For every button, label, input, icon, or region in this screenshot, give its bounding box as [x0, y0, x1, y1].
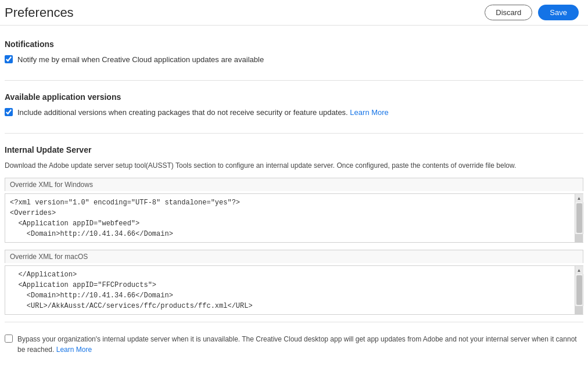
- save-button[interactable]: Save: [538, 5, 579, 20]
- available-versions-text: Include additional versions when creatin…: [17, 108, 348, 117]
- macos-xml-textarea[interactable]: </Application> <Application appID="FFCPr…: [5, 266, 583, 312]
- bypass-text-content: Bypass your organization's internal upda…: [17, 335, 577, 354]
- windows-xml-textarea[interactable]: <?xml version="1.0" encoding="UTF-8" sta…: [5, 194, 583, 240]
- internal-update-server-title: Internal Update Server: [5, 141, 583, 154]
- windows-xml-section: Override XML for Windows <?xml version="…: [5, 178, 583, 243]
- macos-scroll-up-arrow[interactable]: ▲: [575, 266, 583, 274]
- page-header: Preferences Discard Save: [0, 0, 588, 26]
- header-actions: Discard Save: [485, 5, 579, 20]
- divider-1: [5, 80, 583, 81]
- bypass-learn-more-link[interactable]: Learn More: [56, 346, 92, 354]
- bypass-checkbox[interactable]: [5, 335, 13, 343]
- notifications-checkbox-row: Notify me by email when Creative Cloud a…: [5, 55, 583, 65]
- available-versions-body: Include additional versions when creatin…: [5, 107, 583, 128]
- available-versions-checkbox-label: Include additional versions when creatin…: [17, 107, 389, 118]
- windows-scroll-thumb[interactable]: [576, 203, 582, 233]
- available-versions-checkbox[interactable]: [5, 108, 13, 116]
- available-versions-learn-more-link[interactable]: Learn More: [350, 108, 388, 117]
- bypass-section: Bypass your organization's internal upda…: [5, 329, 583, 355]
- macos-xml-section: Override XML for macOS </Application> <A…: [5, 250, 583, 315]
- notifications-checkbox[interactable]: [5, 55, 13, 63]
- discard-button[interactable]: Discard: [485, 5, 532, 20]
- notifications-section: Notifications Notify me by email when Cr…: [5, 35, 583, 75]
- available-versions-title: Available application versions: [5, 88, 583, 102]
- windows-scrollbar-corner: [575, 234, 583, 242]
- macos-scroll-thumb[interactable]: [576, 275, 582, 305]
- notifications-checkbox-label: Notify me by email when Creative Cloud a…: [17, 55, 264, 65]
- macos-xml-label: Override XML for macOS: [5, 250, 583, 263]
- available-versions-section: Available application versions Include a…: [5, 88, 583, 128]
- bypass-label: Bypass your organization's internal upda…: [17, 334, 583, 355]
- windows-xml-wrapper: <?xml version="1.0" encoding="UTF-8" sta…: [5, 193, 583, 243]
- available-versions-checkbox-row: Include additional versions when creatin…: [5, 107, 583, 118]
- windows-scroll-up-arrow[interactable]: ▲: [575, 194, 583, 202]
- page-title: Preferences: [5, 5, 74, 20]
- internal-update-server-description: Download the Adobe update server setup t…: [5, 160, 583, 171]
- preferences-page: Preferences Discard Save Notifications N…: [0, 0, 588, 374]
- internal-update-server-section: Internal Update Server Download the Adob…: [5, 141, 583, 315]
- macos-xml-wrapper: </Application> <Application appID="FFCPr…: [5, 265, 583, 315]
- page-content: Notifications Notify me by email when Cr…: [0, 26, 588, 368]
- windows-xml-label: Override XML for Windows: [5, 178, 583, 191]
- bypass-checkbox-row: Bypass your organization's internal upda…: [5, 334, 583, 355]
- notifications-body: Notify me by email when Creative Cloud a…: [5, 55, 583, 75]
- macos-scrollbar-corner: [575, 306, 583, 314]
- divider-2: [5, 133, 583, 134]
- notifications-title: Notifications: [5, 35, 583, 49]
- divider-3: [5, 322, 583, 322]
